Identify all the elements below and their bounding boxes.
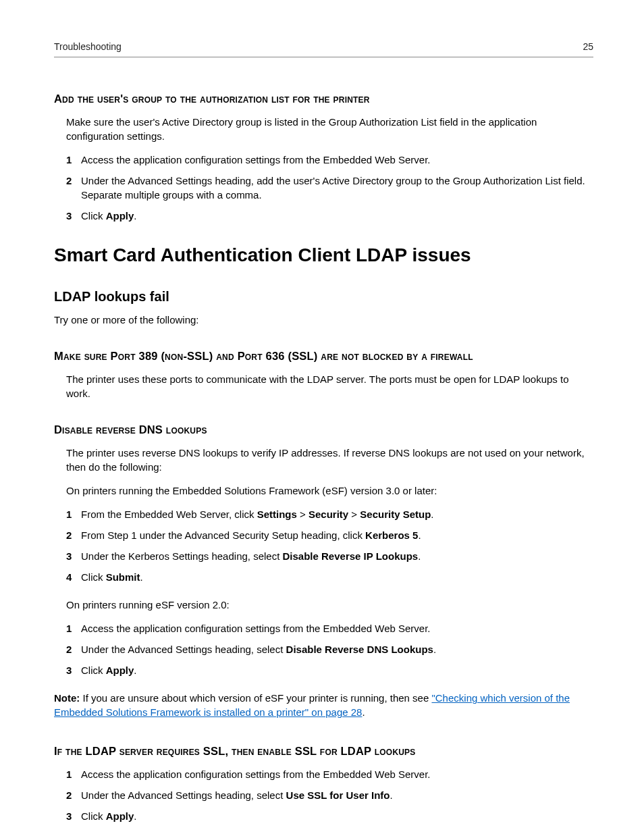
step-text: Under the Advanced Settings heading, sel… bbox=[81, 788, 593, 802]
step-text: Click Submit. bbox=[81, 570, 593, 584]
list-item: 2Under the Advanced Settings heading, se… bbox=[66, 788, 593, 802]
note-label: Note: bbox=[54, 692, 80, 704]
line-esf-2: On printers running eSF version 2.0: bbox=[66, 598, 593, 612]
list-item: 1Access the application configuration se… bbox=[66, 153, 593, 167]
heading-ldap-lookups-fail: LDAP lookups fail bbox=[54, 287, 593, 306]
list-item: 2Under the Advanced Settings heading, ad… bbox=[66, 174, 593, 202]
step-text: Access the application configuration set… bbox=[81, 153, 593, 167]
step-text: Click Apply. bbox=[81, 209, 593, 223]
intro-add-user-group: Make sure the user's Active Directory gr… bbox=[66, 115, 593, 143]
steps-add-user-group: 1Access the application configuration se… bbox=[66, 153, 593, 223]
step-text: Access the application configuration set… bbox=[81, 767, 593, 781]
step-text: From Step 1 under the Advanced Security … bbox=[81, 528, 593, 542]
step-text: Under the Advanced Settings heading, add… bbox=[81, 174, 593, 202]
step-number: 2 bbox=[66, 528, 81, 542]
step-number: 2 bbox=[66, 174, 81, 202]
step-text: Under the Kerberos Settings heading, sel… bbox=[81, 549, 593, 563]
list-item: 1From the Embedded Web Server, click Set… bbox=[66, 507, 593, 521]
header-page-number: 25 bbox=[583, 41, 593, 54]
list-item: 3Click Apply. bbox=[66, 809, 593, 823]
step-text: Under the Advanced Settings heading, sel… bbox=[81, 642, 593, 656]
header-section: Troubleshooting bbox=[54, 41, 122, 54]
try-line: Try one or more of the following: bbox=[54, 313, 593, 327]
list-item: 4Click Submit. bbox=[66, 570, 593, 584]
page-header: Troubleshooting 25 bbox=[54, 41, 593, 57]
heading-ports-firewall: Make sure Port 389 (non-SSL) and Port 63… bbox=[54, 348, 593, 364]
step-number: 3 bbox=[66, 663, 81, 677]
list-item: 1Access the application configuration se… bbox=[66, 767, 593, 781]
step-text: Click Apply. bbox=[81, 809, 593, 823]
step-number: 1 bbox=[66, 507, 81, 521]
step-text: Access the application configuration set… bbox=[81, 621, 593, 635]
intro-disable-reverse-dns: The printer uses reverse DNS lookups to … bbox=[66, 446, 593, 474]
steps-enable-ssl: 1Access the application configuration se… bbox=[66, 767, 593, 823]
step-number: 1 bbox=[66, 621, 81, 635]
list-item: 3Click Apply. bbox=[66, 209, 593, 223]
line-esf-3: On printers running the Embedded Solutio… bbox=[66, 484, 593, 498]
heading-disable-reverse-dns: Disable reverse DNS lookups bbox=[54, 422, 593, 438]
step-number: 1 bbox=[66, 153, 81, 167]
note-esf-version: Note: If you are unsure about which vers… bbox=[54, 691, 593, 719]
list-item: 1Access the application configuration se… bbox=[66, 621, 593, 635]
step-text: From the Embedded Web Server, click Sett… bbox=[81, 507, 593, 521]
list-item: 2Under the Advanced Settings heading, se… bbox=[66, 642, 593, 656]
step-text: Click Apply. bbox=[81, 663, 593, 677]
step-number: 3 bbox=[66, 209, 81, 223]
heading-enable-ssl-ldap: If the LDAP server requires SSL, then en… bbox=[54, 744, 593, 759]
steps-esf-2: 1Access the application configuration se… bbox=[66, 621, 593, 677]
step-number: 1 bbox=[66, 767, 81, 781]
step-number: 3 bbox=[66, 809, 81, 823]
body-ports-firewall: The printer uses these ports to communic… bbox=[66, 372, 593, 400]
step-number: 2 bbox=[66, 642, 81, 656]
list-item: 2From Step 1 under the Advanced Security… bbox=[66, 528, 593, 542]
step-number: 4 bbox=[66, 570, 81, 584]
heading-main: Smart Card Authentication Client LDAP is… bbox=[54, 242, 593, 268]
list-item: 3Under the Kerberos Settings heading, se… bbox=[66, 549, 593, 563]
heading-add-user-group: Add the user's group to the authorizatio… bbox=[54, 91, 593, 107]
step-number: 3 bbox=[66, 549, 81, 563]
step-number: 2 bbox=[66, 788, 81, 802]
steps-esf-3: 1From the Embedded Web Server, click Set… bbox=[66, 507, 593, 584]
list-item: 3Click Apply. bbox=[66, 663, 593, 677]
